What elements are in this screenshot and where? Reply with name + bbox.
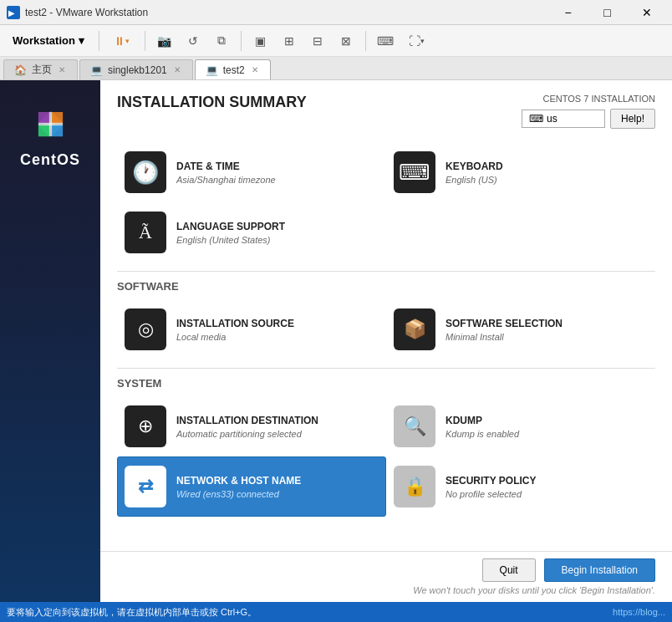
tab-home-icon: 🏠 — [14, 64, 27, 76]
software-divider — [117, 271, 655, 272]
app-icon: ▶ — [7, 6, 20, 19]
tab-test2-label: test2 — [223, 64, 245, 76]
software-selection-icon: 📦 — [394, 308, 435, 350]
software-section-header: SOFTWARE — [117, 280, 655, 293]
kdump-title: KDUMP — [445, 415, 648, 426]
network-icon: ⇄ — [125, 466, 166, 507]
window-controls: − □ ✕ — [549, 0, 665, 25]
minimize-button[interactable]: − — [549, 0, 587, 25]
view-icon-3: ⊟ — [313, 34, 323, 48]
status-url: https://blog... — [613, 607, 665, 617]
status-bar: 要将输入定向到该虚拟机，请在虚拟机内部单击或按 Ctrl+G。 https://… — [0, 602, 672, 622]
tab-singlekb-close[interactable]: ✕ — [172, 64, 182, 75]
bottom-note: We won't touch your disks until you clic… — [117, 585, 655, 595]
view-btn-3[interactable]: ⊟ — [305, 29, 330, 53]
snapshot-button[interactable]: 📷 — [152, 29, 177, 53]
install-dest-item[interactable]: ⊕ INSTALLATION DESTINATION Automatic par… — [117, 396, 386, 456]
security-subtitle: No profile selected — [445, 489, 648, 499]
software-selection-title: SOFTWARE SELECTION — [445, 318, 648, 329]
keyboard-icon: ⌨ — [529, 113, 543, 125]
tab-test2-close[interactable]: ✕ — [250, 64, 260, 75]
lang-input[interactable]: ⌨ us — [522, 110, 605, 128]
install-content: INSTALLATION SUMMARY CENTOS 7 INSTALLATI… — [100, 80, 672, 551]
install-summary-title: INSTALLATION SUMMARY — [117, 94, 307, 111]
tab-home[interactable]: 🏠 主页 ✕ — [3, 59, 78, 79]
view-icon-1: ▣ — [255, 34, 266, 48]
toolbar-separator-1 — [99, 31, 99, 51]
revert-button[interactable]: ↺ — [181, 29, 206, 53]
security-policy-item[interactable]: 🔒 SECURITY POLICY No profile selected — [386, 456, 655, 517]
date-time-item[interactable]: 🕐 DATE & TIME Asia/Shanghai timezone — [117, 142, 386, 202]
clone-button[interactable]: ⧉ — [209, 29, 234, 53]
sidebar: CentOS — [0, 80, 100, 602]
language-support-item[interactable]: Ã LANGUAGE SUPPORT English (United State… — [117, 202, 386, 263]
content-header: INSTALLATION SUMMARY CENTOS 7 INSTALLATI… — [117, 94, 655, 129]
network-hostname-item[interactable]: ⇄ NETWORK & HOST NAME Wired (ens33) conn… — [117, 456, 386, 517]
workstation-label: Workstation — [13, 34, 75, 47]
install-source-item[interactable]: ◎ INSTALLATION SOURCE Local media — [117, 299, 386, 359]
kdump-text: KDUMP Kdump is enabled — [445, 415, 648, 439]
kdump-item[interactable]: 🔍 KDUMP Kdump is enabled — [386, 396, 655, 456]
fullscreen-icon: ⛶ — [409, 34, 420, 48]
system-divider — [117, 368, 655, 369]
status-message: 要将输入定向到该虚拟机，请在虚拟机内部单击或按 Ctrl+G。 — [7, 606, 257, 619]
tab-home-label: 主页 — [32, 63, 52, 77]
system-section-header: SYSTEM — [117, 377, 655, 390]
quit-button[interactable]: Quit — [482, 558, 536, 582]
toolbar: Workstation ▾ ⏸ ▾ 📷 ↺ ⧉ ▣ ⊞ ⊟ ⊠ ⌨ ⛶ ▾ — [0, 25, 672, 57]
toolbar-separator-2 — [145, 31, 145, 51]
date-time-text: DATE & TIME Asia/Shanghai timezone — [176, 161, 379, 185]
begin-installation-button[interactable]: Begin Installation — [544, 558, 655, 582]
view-btn-4[interactable]: ⊠ — [333, 29, 359, 53]
keyboard-title: KEYBOARD — [445, 161, 648, 172]
toolbar-separator-4 — [365, 31, 366, 51]
workstation-menu[interactable]: Workstation ▾ — [5, 30, 92, 51]
kdump-icon: 🔍 — [394, 405, 435, 447]
keyboard-item[interactable]: ⌨ KEYBOARD English (US) — [386, 142, 655, 202]
view-btn-1[interactable]: ▣ — [248, 29, 273, 53]
svg-rect-11 — [38, 123, 62, 125]
window-title: test2 - VMware Workstation — [25, 7, 549, 18]
centos-version: CENTOS 7 INSTALLATION — [543, 94, 655, 104]
security-icon: 🔒 — [394, 466, 435, 507]
language-icon: Ã — [125, 212, 166, 253]
view-btn-2[interactable]: ⊞ — [277, 29, 302, 53]
localization-grid: 🕐 DATE & TIME Asia/Shanghai timezone ⌨ K… — [117, 142, 655, 263]
view-icon-4: ⊠ — [341, 34, 351, 48]
svg-marker-5 — [50, 112, 63, 125]
snapshot-icon: 📷 — [157, 34, 171, 48]
fullscreen-arrow: ▾ — [420, 37, 425, 45]
svg-text:▶: ▶ — [8, 8, 15, 18]
centos-name: CentOS — [20, 151, 80, 169]
security-text: SECURITY POLICY No profile selected — [445, 475, 648, 499]
tab-test2[interactable]: 💻 test2 ✕ — [195, 59, 271, 79]
fullscreen-button[interactable]: ⛶ ▾ — [401, 29, 433, 53]
install-source-text: INSTALLATION SOURCE Local media — [176, 318, 379, 342]
date-time-icon: 🕐 — [125, 151, 166, 193]
pause-dropdown-arrow: ▾ — [125, 37, 130, 45]
restore-button[interactable]: □ — [588, 0, 626, 25]
tab-singlekb1201[interactable]: 💻 singlekb1201 ✕ — [79, 59, 193, 79]
send-key-button[interactable]: ⌨ — [373, 29, 398, 53]
view-icon-2: ⊞ — [284, 34, 294, 48]
title-bar: ▶ test2 - VMware Workstation − □ ✕ — [0, 0, 672, 25]
network-subtitle: Wired (ens33) connected — [176, 489, 379, 499]
date-time-title: DATE & TIME — [176, 161, 379, 172]
install-source-subtitle: Local media — [176, 332, 379, 342]
language-title: LANGUAGE SUPPORT — [176, 221, 379, 232]
tabs-bar: 🏠 主页 ✕ 💻 singlekb1201 ✕ 💻 test2 ✕ — [0, 57, 672, 80]
close-button[interactable]: ✕ — [628, 0, 665, 25]
tab-test2-icon: 💻 — [206, 64, 218, 76]
language-subtitle: English (United States) — [176, 235, 379, 245]
keyboard-subtitle: English (US) — [445, 175, 648, 185]
software-selection-item[interactable]: 📦 SOFTWARE SELECTION Minimal Install — [386, 299, 655, 359]
pause-button[interactable]: ⏸ ▾ — [106, 29, 138, 53]
header-right: CENTOS 7 INSTALLATION ⌨ us Help! — [522, 94, 655, 129]
network-title: NETWORK & HOST NAME — [176, 475, 379, 487]
bottom-bar: Quit Begin Installation We won't touch y… — [100, 551, 672, 602]
install-dest-title: INSTALLATION DESTINATION — [176, 415, 379, 426]
tab-home-close[interactable]: ✕ — [57, 64, 67, 75]
security-title: SECURITY POLICY — [445, 475, 648, 487]
language-text: LANGUAGE SUPPORT English (United States) — [176, 221, 379, 245]
help-button[interactable]: Help! — [610, 109, 655, 129]
